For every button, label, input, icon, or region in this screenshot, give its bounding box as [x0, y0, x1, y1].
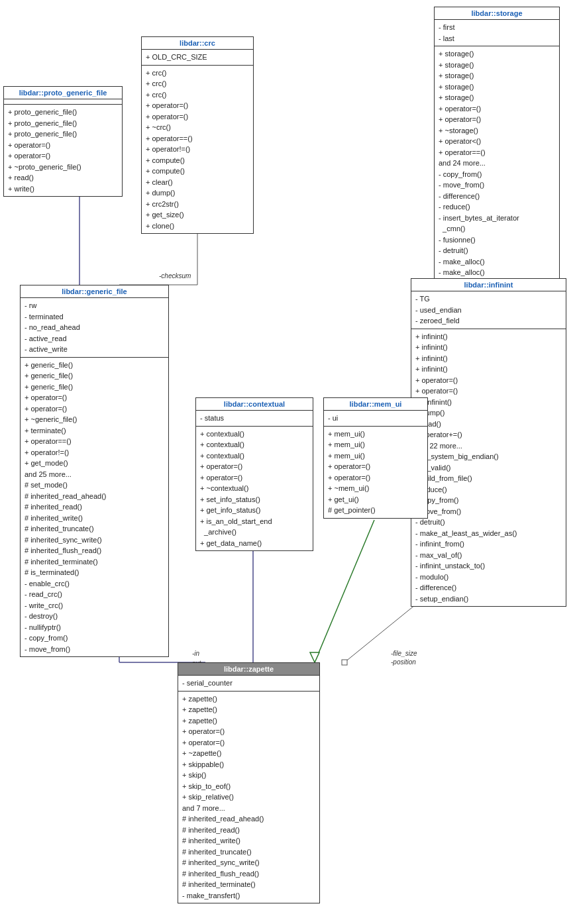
generic-fields: - rw - terminated - no_read_ahead - acti…: [21, 298, 168, 358]
mem-ui-methods: + mem_ui() + mem_ui() + mem_ui() + opera…: [324, 427, 427, 518]
mem-ui-fields: - ui: [324, 411, 427, 427]
svg-marker-18: [310, 652, 319, 662]
svg-text:-position: -position: [391, 658, 416, 666]
svg-line-17: [315, 520, 374, 662]
contextual-class-box: libdar::contextual - status + contextual…: [195, 397, 313, 551]
mem-ui-title: libdar::mem_ui: [324, 398, 427, 411]
svg-text:-in: -in: [192, 650, 200, 657]
proto-generic-file-box: libdar::proto_generic_file + proto_gener…: [3, 86, 123, 197]
generic-methods: + generic_file() + generic_file() + gene…: [21, 358, 168, 657]
zapette-fields: - serial_counter: [178, 676, 319, 692]
contextual-methods: + contextual() + contextual() + contextu…: [196, 427, 313, 551]
storage-title: libdar::storage: [435, 7, 559, 20]
crc-constants: + OLD_CRC_SIZE: [142, 50, 253, 66]
mem-ui-class-box: libdar::mem_ui - ui + mem_ui() + mem_ui(…: [323, 397, 428, 519]
infinint-fields: - TG - used_endian - zeroed_field: [411, 291, 566, 329]
storage-fields: - first - last: [435, 20, 559, 46]
zapette-title: libdar::zapette: [178, 663, 319, 676]
svg-rect-22: [342, 660, 347, 665]
proto-title: libdar::proto_generic_file: [4, 87, 122, 99]
crc-methods: + crc() + crc() + crc() + operator=() + …: [142, 66, 253, 234]
proto-empty: [4, 99, 122, 105]
crc-class-box: libdar::crc + OLD_CRC_SIZE + crc() + crc…: [141, 36, 254, 234]
svg-text:-checksum: -checksum: [159, 272, 191, 280]
generic-file-box: libdar::generic_file - rw - terminated -…: [20, 285, 169, 657]
infinint-class-box: libdar::infinint - TG - used_endian - ze…: [411, 278, 566, 607]
storage-methods: + storage() + storage() + storage() + st…: [435, 46, 559, 280]
infinint-title: libdar::infinint: [411, 279, 566, 291]
storage-class-box: libdar::storage - first - last + storage…: [434, 7, 560, 281]
zapette-class-box: libdar::zapette - serial_counter + zapet…: [178, 662, 320, 903]
zapette-methods: + zapette() + zapette() + zapette() + op…: [178, 692, 319, 903]
infinint-methods: + infinint() + infinint() + infinint() +…: [411, 329, 566, 607]
svg-text:-file_size: -file_size: [391, 650, 417, 657]
generic-title: libdar::generic_file: [21, 285, 168, 298]
proto-methods: + proto_generic_file() + proto_generic_f…: [4, 105, 122, 196]
crc-title: libdar::crc: [142, 37, 253, 50]
contextual-fields: - status: [196, 411, 313, 427]
contextual-title: libdar::contextual: [196, 398, 313, 411]
